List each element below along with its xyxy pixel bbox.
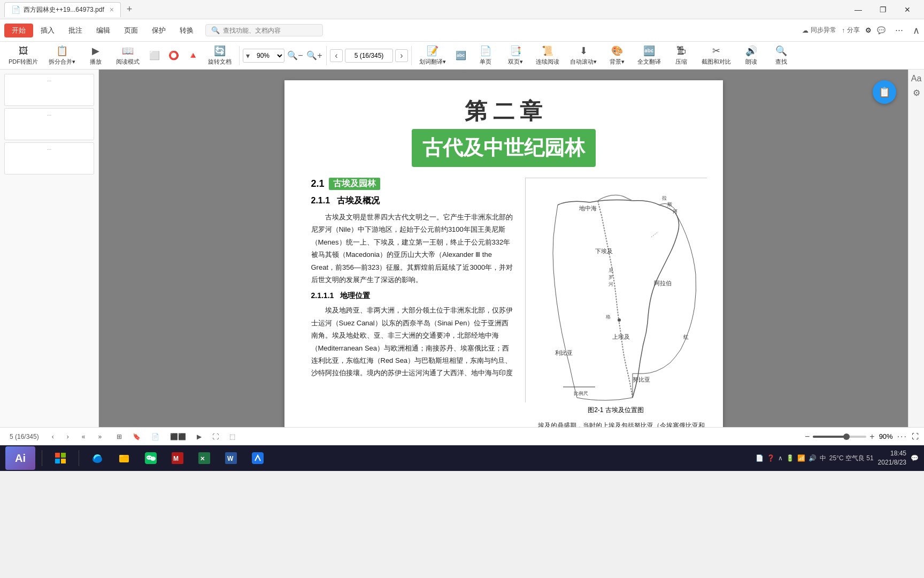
new-tab-btn[interactable]: +	[123, 3, 136, 16]
comment-icon[interactable]: 💬	[877, 26, 886, 34]
continuous-read-btn[interactable]: 📜 连续阅读	[532, 43, 564, 68]
sync-btn[interactable]: ☁ 同步异常	[802, 26, 836, 35]
section-2-1-1-title: 2.1.1 古埃及概况	[311, 195, 514, 207]
zoom-slider-area: − +	[805, 432, 875, 442]
taskbar-edge-btn[interactable]	[86, 446, 109, 470]
zoom-select[interactable]: 90% 100% 75%	[252, 51, 284, 60]
ai-btn[interactable]: Ai	[5, 446, 35, 470]
chapter-title: 古代及中世纪园林	[412, 129, 596, 167]
svg-text:利比亚: 利比亚	[555, 349, 573, 356]
triangle-tool-btn[interactable]: 🔺	[184, 47, 202, 64]
single-page-btn[interactable]: 📄 单页	[472, 43, 499, 68]
menu-annotate[interactable]: 批注	[62, 24, 89, 37]
taskbar-wechat-btn[interactable]	[139, 446, 163, 470]
crop-btn[interactable]: ⬚	[225, 432, 240, 442]
right-panel-aa[interactable]: Aa	[911, 74, 922, 83]
rect-tool-btn[interactable]: ⬜	[146, 47, 163, 64]
menu-page[interactable]: 页面	[118, 24, 144, 37]
bottom-prev-btn[interactable]: ‹	[48, 432, 58, 442]
zoom-out-btn[interactable]: 🔍−	[287, 47, 304, 64]
thumb-view-btn[interactable]: ⊞	[112, 432, 126, 442]
rotate-doc-btn[interactable]: 🔄 旋转文档	[204, 43, 236, 68]
bottom-next-btn[interactable]: ›	[63, 432, 73, 442]
more-options-bottom[interactable]: ···	[897, 432, 907, 442]
settings-icon[interactable]: ⚙	[865, 26, 872, 34]
maximize-btn[interactable]: ❐	[871, 0, 895, 19]
minimize-btn[interactable]: —	[846, 0, 871, 19]
notification-btn[interactable]: 💬	[911, 454, 919, 462]
speaker-icon[interactable]: 🔊	[808, 454, 817, 462]
play-btn[interactable]: ▶ 播放	[82, 43, 110, 68]
find-btn[interactable]: 🔍 查找	[767, 43, 795, 68]
play-bottom-btn[interactable]: ▶	[192, 432, 206, 442]
taskbar-start-btn[interactable]	[49, 446, 72, 470]
share-btn[interactable]: ↑ 分享	[842, 26, 860, 35]
taskbar-explorer-btn[interactable]	[112, 446, 136, 470]
start-menu-btn[interactable]: 开始	[4, 24, 33, 37]
taskbar-excel-btn[interactable]: ✕	[192, 446, 216, 470]
app7-icon	[252, 452, 264, 464]
zoom-thumb[interactable]	[843, 434, 850, 440]
page-input[interactable]	[345, 49, 393, 63]
compress-icon: 🗜	[676, 45, 686, 57]
close-btn[interactable]: ✕	[895, 0, 920, 19]
system-clock[interactable]: 18:45 2021/8/23	[878, 449, 906, 467]
zoom-in-btn[interactable]: 🔍+	[306, 47, 323, 64]
menu-protect[interactable]: 保护	[145, 24, 172, 37]
thumb-1[interactable]: ...	[4, 74, 94, 106]
tts-btn[interactable]: 🔊 朗读	[737, 43, 765, 68]
auto-scroll-btn[interactable]: ⬇ 自动滚动▾	[566, 43, 601, 68]
zoom-minus-btn[interactable]: −	[805, 432, 810, 442]
screenshot-btn[interactable]: ✂ 截图和对比	[697, 43, 735, 68]
bookmark-btn[interactable]: 🔖	[128, 432, 145, 442]
ocr-btn[interactable]: 🔤	[452, 47, 469, 64]
input-icon[interactable]: 中	[820, 454, 826, 463]
search-box[interactable]: 🔍	[205, 24, 323, 36]
more-options-btn[interactable]: ···	[891, 24, 907, 37]
right-panel-tool[interactable]: ⚙	[913, 88, 920, 98]
background-label: 背景▾	[610, 58, 625, 66]
expand-icon[interactable]: ⛶	[912, 432, 919, 440]
dual-icon: 📑	[510, 45, 521, 57]
menu-convert[interactable]: 转换	[173, 24, 200, 37]
bottom-first-btn[interactable]: «	[78, 432, 90, 442]
word-translate-btn[interactable]: 📝 划词翻译▾	[415, 43, 450, 68]
zoom-track[interactable]	[813, 436, 866, 438]
menu-insert[interactable]: 插入	[34, 24, 61, 37]
fullscreen-btn[interactable]: ⛶	[208, 432, 223, 442]
thumb-2[interactable]: ...	[4, 108, 94, 140]
bottom-last-btn[interactable]: »	[94, 432, 106, 442]
taskbar: Ai M	[0, 445, 924, 471]
pdf-to-image-btn[interactable]: 🖼 PDF转图片	[4, 43, 42, 68]
taskbar-word-btn[interactable]: W	[219, 446, 243, 470]
collapse-ribbon-btn[interactable]: ∧	[913, 25, 920, 36]
compress-btn[interactable]: 🗜 压缩	[667, 43, 695, 68]
zoom-plus-btn[interactable]: +	[869, 432, 874, 442]
help-icon[interactable]: ❓	[767, 454, 775, 462]
taskbar-mendeley-btn[interactable]: M	[166, 446, 189, 470]
tab-close-btn[interactable]: ×	[110, 5, 114, 14]
svg-rect-36	[252, 452, 264, 464]
prev-page-btn[interactable]: ‹	[330, 49, 343, 62]
zoom-select-box[interactable]: ▾ 90% 100% 75%	[243, 49, 284, 63]
thumb-3[interactable]: ...	[4, 142, 94, 174]
menu-edit[interactable]: 编辑	[90, 24, 117, 37]
svg-point-28	[148, 457, 149, 458]
share-label: 分享	[847, 26, 860, 35]
section-2-1: 2.1 古埃及园林 2.1.1 古埃及概况 古埃及文明是世界四大古代文明之一。它…	[311, 178, 696, 427]
tray-up-btn[interactable]: ∧	[778, 454, 783, 462]
float-action-btn[interactable]: 📋	[873, 80, 896, 104]
split-merge-btn[interactable]: 📋 拆分合并▾	[44, 43, 80, 68]
background-btn[interactable]: 🎨 背景▾	[603, 43, 631, 68]
next-page-btn[interactable]: ›	[395, 49, 408, 62]
dual-view-btn[interactable]: ⬛⬛	[166, 432, 190, 442]
full-translate-btn[interactable]: 🔤 全文翻译	[633, 43, 665, 68]
read-mode-btn[interactable]: 📖 阅读模式	[112, 43, 144, 68]
taskbar-app7-btn[interactable]	[246, 446, 270, 470]
toolbar: 🖼 PDF转图片 📋 拆分合并▾ ▶ 播放 📖 阅读模式 ⬜ ⭕ 🔺 🔄 旋转文…	[0, 42, 924, 70]
active-tab[interactable]: 📄 西方园林史++19...64973.pdf ×	[4, 2, 121, 17]
search-input[interactable]	[223, 27, 314, 34]
extract-btn[interactable]: 📄	[147, 432, 164, 442]
dual-page-btn[interactable]: 📑 双页▾	[502, 43, 529, 68]
circle-tool-btn[interactable]: ⭕	[165, 47, 182, 64]
